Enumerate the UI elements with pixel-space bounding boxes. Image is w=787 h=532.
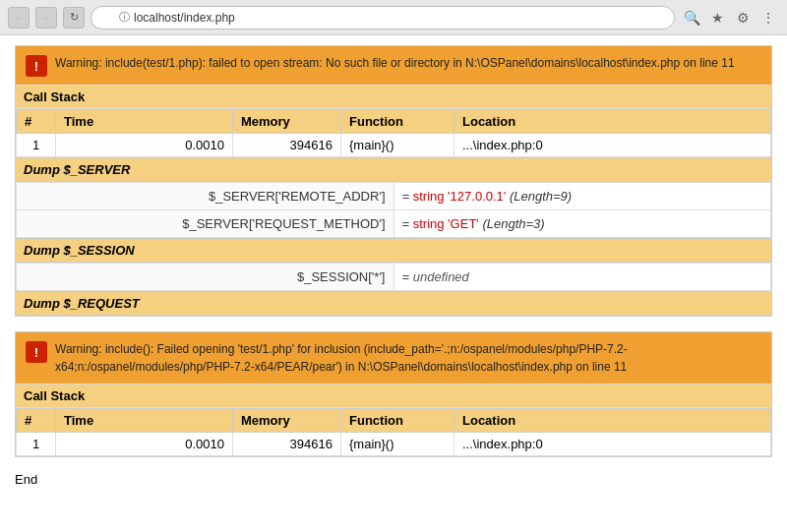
browser-chrome: ← → ↻ ⓘ localhost/index.php 🔍 ★ ⚙ ⋮: [0, 0, 787, 35]
col-header-time-2: Time: [56, 409, 233, 433]
warning-text-1: Warning: include(test/1.php): failed to …: [55, 54, 735, 72]
col-header-location-1: Location: [454, 110, 771, 134]
cell-location: ...\index.php:0: [454, 134, 771, 157]
dump-string-val: string '127.0.0.1': [413, 189, 507, 204]
dump-row: $_SERVER['REQUEST_METHOD'] = string 'GET…: [17, 210, 771, 238]
dump-val: = string '127.0.0.1' (Length=9): [394, 183, 771, 210]
back-button[interactable]: ←: [8, 7, 30, 29]
dump-string-val: string 'GET': [413, 216, 479, 231]
cell-location: ...\index.php:0: [454, 433, 771, 456]
dump-key: $_SERVER['REMOTE_ADDR']: [17, 183, 394, 210]
dump-undefined-val: undefined: [413, 269, 469, 284]
warning-icon-1: !: [26, 55, 47, 77]
dump-session-header: Dump $_SESSION: [16, 238, 771, 263]
col-header-function-1: Function: [341, 110, 454, 134]
call-stack-header-2: Call Stack: [16, 384, 771, 408]
error-block-1: ! Warning: include(test/1.php): failed t…: [15, 45, 772, 317]
cell-memory: 394616: [233, 433, 341, 456]
lock-icon: ⓘ: [119, 10, 130, 25]
call-stack-table-2: # Time Memory Function Location 1 0.0010…: [16, 408, 771, 456]
cell-function: {main}(): [341, 134, 454, 157]
settings-button[interactable]: ⚙: [732, 7, 754, 29]
warning-banner-2: ! Warning: include(): Failed opening 'te…: [16, 332, 771, 384]
menu-button[interactable]: ⋮: [757, 7, 779, 29]
dump-row: $_SERVER['REMOTE_ADDR'] = string '127.0.…: [17, 183, 771, 210]
dump-key: $_SESSION['*']: [17, 264, 394, 291]
cell-time: 0.0010: [56, 134, 233, 157]
table-row: 1 0.0010 394616 {main}() ...\index.php:0: [17, 433, 771, 456]
bookmark-button[interactable]: ★: [706, 7, 728, 29]
url-text: localhost/index.php: [134, 11, 235, 25]
call-stack-header-1: Call Stack: [16, 85, 771, 109]
col-header-hash-2: #: [17, 409, 56, 433]
page-content: ! Warning: include(test/1.php): failed t…: [0, 35, 787, 532]
ip-value: 127.0.0.1: [451, 189, 504, 204]
col-header-time-1: Time: [56, 110, 233, 134]
dump-row: $_SESSION['*'] = undefined: [17, 264, 771, 291]
col-header-hash-1: #: [17, 110, 56, 134]
dump-val: = string 'GET' (Length=3): [394, 210, 771, 238]
col-header-location-2: Location: [454, 409, 771, 433]
browser-actions: 🔍 ★ ⚙ ⋮: [681, 7, 779, 29]
col-header-memory-1: Memory: [233, 110, 341, 134]
cell-num: 1: [17, 134, 56, 157]
dump-session-table: $_SESSION['*'] = undefined: [16, 263, 771, 291]
address-bar[interactable]: ⓘ localhost/index.php: [91, 6, 675, 30]
dump-key: $_SERVER['REQUEST_METHOD']: [17, 210, 394, 238]
table-row: 1 0.0010 394616 {main}() ...\index.php:0: [17, 134, 771, 157]
forward-button[interactable]: →: [35, 7, 57, 29]
warning-banner-1: ! Warning: include(test/1.php): failed t…: [16, 46, 771, 85]
error-block-2: ! Warning: include(): Failed opening 'te…: [15, 331, 772, 457]
dump-server-table: $_SERVER['REMOTE_ADDR'] = string '127.0.…: [16, 182, 771, 238]
warning-icon-2: !: [26, 341, 47, 363]
warning-text-2: Warning: include(): Failed opening 'test…: [55, 340, 761, 376]
end-text: End: [15, 472, 772, 487]
dump-request-header: Dump $_REQUEST: [16, 291, 771, 316]
search-button[interactable]: 🔍: [681, 7, 702, 29]
cell-function: {main}(): [341, 433, 454, 456]
cell-num: 1: [17, 433, 56, 456]
dump-val: = undefined: [394, 264, 771, 291]
reload-button[interactable]: ↻: [63, 7, 85, 29]
method-value: GET: [451, 216, 477, 231]
dump-server-header: Dump $_SERVER: [16, 157, 771, 182]
col-header-memory-2: Memory: [233, 409, 341, 433]
call-stack-table-1: # Time Memory Function Location 1 0.0010…: [16, 109, 771, 157]
cell-time: 0.0010: [56, 433, 233, 456]
col-header-function-2: Function: [341, 409, 454, 433]
cell-memory: 394616: [233, 134, 341, 157]
